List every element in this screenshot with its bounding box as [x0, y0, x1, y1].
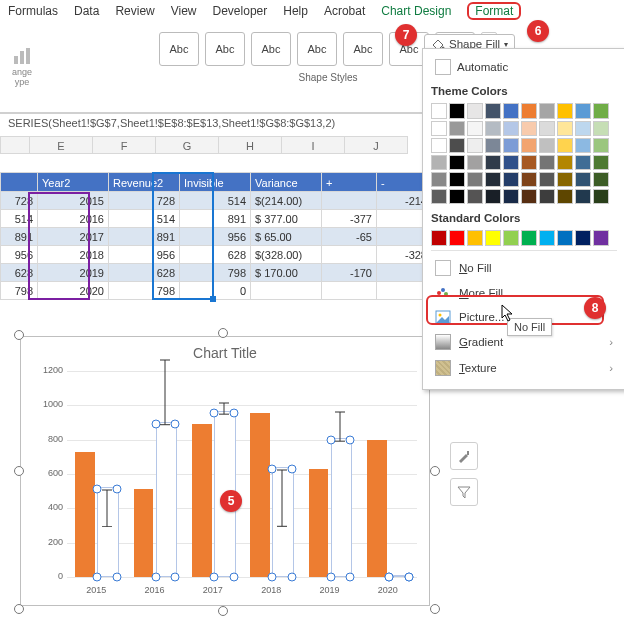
header-cell[interactable]: Variance — [251, 172, 322, 192]
color-swatch[interactable] — [575, 138, 591, 153]
cell[interactable]: 2016 — [38, 210, 109, 228]
color-swatch[interactable] — [503, 103, 519, 119]
color-swatch[interactable] — [431, 155, 447, 170]
color-swatch[interactable] — [485, 155, 501, 170]
col-head-e[interactable]: E — [30, 136, 93, 154]
header-cell[interactable]: Invisible — [180, 172, 251, 192]
color-swatch[interactable] — [557, 138, 573, 153]
color-swatch[interactable] — [467, 189, 483, 204]
color-swatch[interactable] — [485, 121, 501, 136]
cell[interactable] — [322, 246, 377, 264]
color-swatch[interactable] — [521, 189, 537, 204]
color-swatch[interactable] — [575, 103, 591, 119]
chart-object[interactable]: Chart Title 0200400600800100012002015201… — [20, 336, 430, 606]
cell[interactable]: 2017 — [38, 228, 109, 246]
col-head-g[interactable]: G — [156, 136, 219, 154]
style-preset[interactable]: Abc — [343, 32, 383, 66]
cell[interactable] — [322, 192, 377, 210]
chart-filter-button[interactable] — [450, 478, 478, 506]
tab-data[interactable]: Data — [74, 4, 99, 18]
style-preset[interactable]: Abc — [297, 32, 337, 66]
style-preset[interactable]: Abc — [251, 32, 291, 66]
cell[interactable]: -377 — [322, 210, 377, 228]
tab-acrobat[interactable]: Acrobat — [324, 4, 365, 18]
color-swatch[interactable] — [521, 155, 537, 170]
bar-series2[interactable] — [97, 487, 119, 577]
color-swatch[interactable] — [557, 189, 573, 204]
color-swatch[interactable] — [431, 121, 447, 136]
color-swatch[interactable] — [503, 230, 519, 246]
menu-automatic[interactable]: Automatic — [431, 57, 617, 81]
cell[interactable]: 891 — [0, 228, 38, 246]
color-swatch[interactable] — [593, 103, 609, 119]
color-swatch[interactable] — [521, 230, 537, 246]
cell[interactable]: $(214.00) — [251, 192, 322, 210]
color-swatch[interactable] — [503, 155, 519, 170]
cell[interactable] — [251, 282, 322, 300]
cell[interactable]: 2018 — [38, 246, 109, 264]
cell[interactable]: 628 — [109, 264, 180, 282]
color-swatch[interactable] — [485, 138, 501, 153]
color-swatch[interactable] — [449, 138, 465, 153]
change-chart-type-button[interactable]: ange ype — [6, 28, 38, 106]
color-swatch[interactable] — [539, 121, 555, 136]
color-swatch[interactable] — [449, 155, 465, 170]
cell[interactable]: 798 — [0, 282, 38, 300]
cell[interactable]: 2015 — [38, 192, 109, 210]
color-swatch[interactable] — [593, 155, 609, 170]
color-swatch[interactable] — [593, 121, 609, 136]
color-swatch[interactable] — [539, 138, 555, 153]
color-swatch[interactable] — [449, 121, 465, 136]
tab-developer[interactable]: Developer — [213, 4, 268, 18]
cell[interactable]: $ 170.00 — [251, 264, 322, 282]
tab-chart-design[interactable]: Chart Design — [381, 4, 451, 18]
col-head-j[interactable]: J — [345, 136, 408, 154]
chart-styles-button[interactable] — [450, 442, 478, 470]
cell[interactable]: $ 377.00 — [251, 210, 322, 228]
cell[interactable]: 956 — [180, 228, 251, 246]
color-swatch[interactable] — [557, 155, 573, 170]
tab-help[interactable]: Help — [283, 4, 308, 18]
color-swatch[interactable] — [575, 189, 591, 204]
resize-handle[interactable] — [430, 466, 440, 476]
tab-format[interactable]: Format — [467, 2, 521, 20]
color-swatch[interactable] — [503, 138, 519, 153]
style-preset[interactable]: Abc — [159, 32, 199, 66]
cell[interactable]: 956 — [0, 246, 38, 264]
color-swatch[interactable] — [557, 172, 573, 187]
color-swatch[interactable] — [575, 121, 591, 136]
color-swatch[interactable] — [449, 189, 465, 204]
bar-series2[interactable] — [272, 467, 294, 577]
cell[interactable]: 2019 — [38, 264, 109, 282]
cell[interactable]: 728 — [0, 192, 38, 210]
color-swatch[interactable] — [539, 155, 555, 170]
col-head-h[interactable]: H — [219, 136, 282, 154]
color-swatch[interactable] — [467, 172, 483, 187]
cell[interactable]: 628 — [0, 264, 38, 282]
resize-handle[interactable] — [218, 606, 228, 616]
color-swatch[interactable] — [431, 138, 447, 153]
color-swatch[interactable] — [431, 103, 447, 119]
color-swatch[interactable] — [503, 121, 519, 136]
bar-series1[interactable] — [367, 440, 387, 577]
color-swatch[interactable] — [593, 138, 609, 153]
cell[interactable]: 0 — [180, 282, 251, 300]
resize-handle[interactable] — [14, 604, 24, 614]
color-swatch[interactable] — [431, 172, 447, 187]
bar-series1[interactable] — [192, 424, 212, 577]
resize-handle[interactable] — [14, 330, 24, 340]
color-swatch[interactable] — [449, 230, 465, 246]
color-swatch[interactable] — [539, 172, 555, 187]
color-swatch[interactable] — [485, 189, 501, 204]
color-swatch[interactable] — [557, 103, 573, 119]
color-swatch[interactable] — [503, 189, 519, 204]
resize-handle[interactable] — [14, 466, 24, 476]
color-swatch[interactable] — [467, 138, 483, 153]
color-swatch[interactable] — [521, 103, 537, 119]
header-cell[interactable]: Year2 — [38, 172, 109, 192]
header-cell[interactable]: + — [322, 172, 377, 192]
color-swatch[interactable] — [449, 172, 465, 187]
color-swatch[interactable] — [575, 230, 591, 246]
style-preset[interactable]: Abc — [205, 32, 245, 66]
cell[interactable]: 956 — [109, 246, 180, 264]
